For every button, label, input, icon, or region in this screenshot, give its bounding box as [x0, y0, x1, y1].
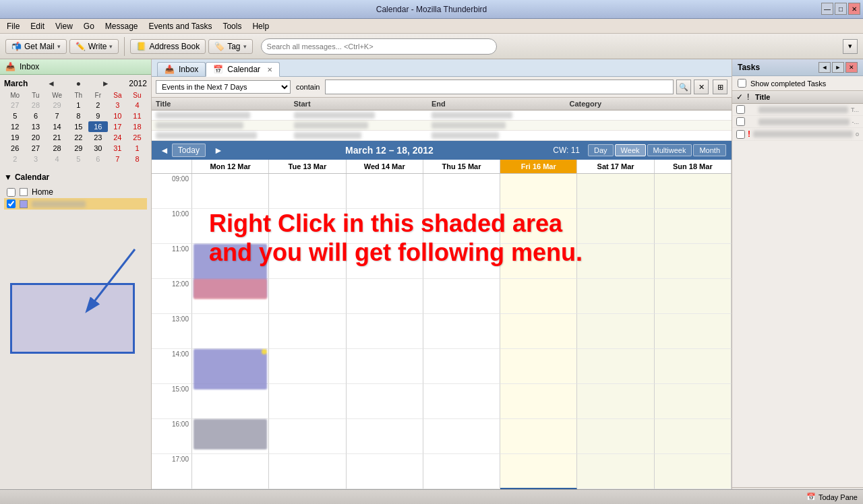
cell-mon-1500[interactable] — [192, 384, 269, 419]
calendar-blurred-checkbox[interactable] — [7, 199, 16, 208]
get-mail-button[interactable]: 📬 Get Mail ▾ — [5, 39, 67, 54]
cell-wed-1200[interactable] — [347, 279, 423, 314]
event-row[interactable] — [152, 131, 732, 141]
cal-day[interactable]: 22 — [69, 132, 88, 143]
cal-day[interactable]: 15 — [69, 121, 88, 132]
day-header-wed[interactable]: Wed 14 Mar — [347, 160, 423, 173]
cell-sun-1700[interactable] — [655, 454, 732, 489]
cell-sat-1700[interactable] — [577, 454, 654, 489]
cal-day[interactable]: 9 — [88, 111, 108, 121]
cell-tue-1200[interactable] — [269, 279, 346, 314]
cell-thu-1500[interactable] — [423, 384, 500, 419]
task-row-2[interactable]: -... — [732, 116, 863, 128]
cell-sat-0900[interactable] — [577, 174, 654, 209]
cal-day[interactable]: 29 — [69, 143, 88, 154]
cell-mon-1400[interactable] — [192, 349, 269, 384]
cell-sat-1400[interactable] — [577, 349, 654, 384]
cal-day[interactable]: 8 — [69, 111, 88, 121]
cell-tue-1600[interactable] — [269, 419, 346, 454]
cell-wed-1100[interactable] — [347, 244, 423, 279]
cell-thu-1100[interactable] — [423, 244, 500, 279]
cal-day[interactable]: 18 — [127, 121, 147, 132]
inbox-tab-btn[interactable]: 📥 Inbox — [157, 62, 206, 76]
cal-day[interactable]: 6 — [88, 154, 108, 164]
cal-day[interactable]: 2 — [4, 154, 26, 164]
cell-fri-1200[interactable] — [500, 279, 577, 314]
cal-day[interactable]: 26 — [4, 143, 26, 154]
cal-day[interactable]: 19 — [4, 132, 26, 143]
tasks-next-button[interactable]: ► — [832, 62, 844, 73]
cal-day[interactable]: 28 — [45, 143, 68, 154]
task-checkbox-1[interactable] — [736, 105, 745, 114]
calendar-event-mon-1600[interactable] — [194, 419, 267, 449]
cal-day[interactable]: 28 — [26, 100, 45, 111]
cell-wed-1000[interactable] — [347, 209, 423, 244]
cell-fri-1500[interactable] — [500, 384, 577, 419]
cal-day[interactable]: 29 — [45, 100, 68, 111]
cell-tue-1700[interactable] — [269, 454, 346, 489]
cell-thu-1200[interactable] — [423, 279, 500, 314]
cell-wed-1700[interactable] — [347, 454, 423, 489]
cal-day[interactable]: 4 — [45, 154, 68, 164]
day-header-thu[interactable]: Thu 15 Mar — [423, 160, 500, 173]
cell-fri-1600[interactable] — [500, 419, 577, 454]
cal-day[interactable]: 7 — [108, 154, 127, 164]
tasks-close-button[interactable]: ✕ — [845, 62, 858, 73]
cell-tue-1500[interactable] — [269, 384, 346, 419]
cell-fri-1100[interactable] — [500, 244, 577, 279]
view-week-button[interactable]: Week — [615, 144, 646, 156]
cell-mon-1700[interactable] — [192, 454, 269, 489]
search-dropdown-button[interactable]: ▾ — [843, 39, 858, 54]
calendar-event-mon-1400[interactable] — [194, 349, 267, 389]
calendar-blurred-item[interactable] — [4, 198, 147, 210]
event-row[interactable] — [152, 111, 732, 121]
cell-mon-1600[interactable] — [192, 419, 269, 454]
cell-thu-1400[interactable] — [423, 349, 500, 384]
cal-day[interactable]: 1 — [127, 143, 147, 154]
cell-wed-1300[interactable] — [347, 314, 423, 349]
cell-thu-1000[interactable] — [423, 209, 500, 244]
minimize-button[interactable]: — — [821, 3, 833, 15]
cal-today[interactable]: 16 — [88, 121, 108, 132]
menu-go[interactable]: Go — [80, 20, 98, 32]
view-multiweek-button[interactable]: Multiweek — [647, 144, 692, 156]
calendar-tab-close[interactable]: ✕ — [267, 66, 272, 73]
cal-day[interactable]: 27 — [4, 100, 26, 111]
day-header-sat[interactable]: Sat 17 Mar — [577, 160, 654, 173]
cal-day[interactable]: 23 — [88, 132, 108, 143]
cell-thu-0900[interactable] — [423, 174, 500, 209]
cal-day[interactable]: 30 — [88, 143, 108, 154]
col-header-end[interactable]: End — [432, 100, 567, 108]
cell-sat-1100[interactable] — [577, 244, 654, 279]
task-row-3[interactable]: ! o — [732, 128, 863, 141]
calendar-home-item[interactable]: Home — [4, 186, 147, 198]
cell-sun-1500[interactable] — [655, 384, 732, 419]
menu-help[interactable]: Help — [248, 20, 273, 32]
menu-file[interactable]: File — [3, 20, 24, 32]
day-header-sun[interactable]: Sun 18 Mar — [655, 160, 732, 173]
day-header-fri[interactable]: Fri 16 Mar — [500, 160, 577, 173]
cal-day[interactable]: 25 — [127, 132, 147, 143]
cell-fri-1000[interactable] — [500, 209, 577, 244]
cell-mon-1200[interactable] — [192, 279, 269, 314]
cell-sun-1400[interactable] — [655, 349, 732, 384]
write-button[interactable]: ✏️ Write ▾ — [69, 39, 119, 54]
calendar-prev-button[interactable]: ◄ — [46, 79, 57, 88]
cell-thu-1600[interactable] — [423, 419, 500, 454]
cell-thu-1300[interactable] — [423, 314, 500, 349]
cell-tue-1300[interactable] — [269, 314, 346, 349]
task-checkbox-2[interactable] — [736, 117, 745, 126]
calendar-home-checkbox[interactable] — [7, 188, 16, 197]
cell-sun-0900[interactable] — [655, 174, 732, 209]
cal-day[interactable]: 24 — [108, 132, 127, 143]
cell-sun-1200[interactable] — [655, 279, 732, 314]
cal-day[interactable]: 21 — [45, 132, 68, 143]
calendar-tab-btn[interactable]: 📅 Calendar ✕ — [206, 62, 280, 77]
cal-day[interactable]: 31 — [108, 143, 127, 154]
cell-wed-1600[interactable] — [347, 419, 423, 454]
col-header-title[interactable]: Title — [156, 100, 291, 108]
week-next-button[interactable]: ► — [211, 145, 226, 156]
cell-tue-1000[interactable] — [269, 209, 346, 244]
cell-tue-0900[interactable] — [269, 174, 346, 209]
cell-sun-1100[interactable] — [655, 244, 732, 279]
